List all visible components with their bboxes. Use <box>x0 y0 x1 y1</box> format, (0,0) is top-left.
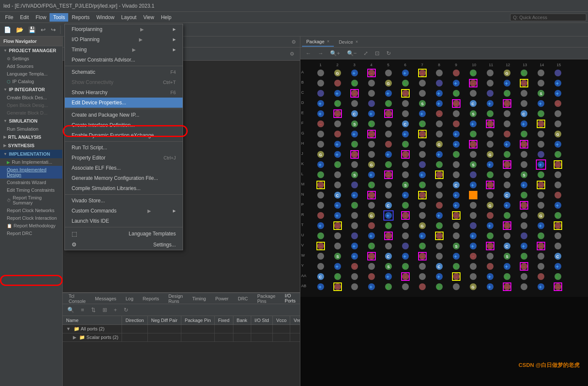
dd-show-connectivity-label: Show Connectivity <box>72 79 114 85</box>
dd-schematic-label: Schematic <box>72 69 95 75</box>
dd-show-hierarchy[interactable]: Show Hierarchy F6 <box>65 87 183 98</box>
dd-sep-2 <box>65 109 183 109</box>
dd-floorplanning-arrow: ▶ <box>140 27 144 32</box>
dd-show-connectivity-shortcut: Ctrl+T <box>163 80 176 85</box>
dd-power-constraints-label: Power Constraints Advisor... <box>72 57 135 63</box>
dd-associate-elf[interactable]: Associate ELF Files... <box>65 163 183 173</box>
dd-compile-sim-label: Compile Simulation Libraries... <box>72 185 141 191</box>
dd-gen-mem-config-label: Generate Memory Configuration File... <box>72 175 158 181</box>
dd-settings-label: Settings... <box>153 242 176 248</box>
dd-create-interface-label: Create Interface Definition... <box>72 122 135 128</box>
tools-dropdown: Floorplanning ▶ I/O Planning ▶ Timing ▶ … <box>64 24 183 250</box>
dd-settings[interactable]: ⚙ Settings... <box>65 239 183 250</box>
dd-custom-commands-label: Custom Commands <box>72 208 116 214</box>
dd-power-constraints[interactable]: Power Constraints Advisor... <box>65 55 183 65</box>
dd-timing-label: Timing <box>72 47 87 53</box>
dd-create-interface[interactable]: Create Interface Definition... <box>65 120 183 130</box>
dd-io-planning-label: I/O Planning <box>72 36 100 42</box>
settings-icon: ⚙ <box>72 241 77 248</box>
dd-sep-5 <box>65 227 183 227</box>
dd-show-hierarchy-label: Show Hierarchy <box>72 90 108 95</box>
dd-enable-dfx[interactable]: Enable Dynamic Function eXchange... <box>65 130 183 140</box>
dd-sep-3 <box>65 141 183 142</box>
dd-custom-commands[interactable]: Custom Commands ▶ <box>65 206 183 216</box>
dd-language-templates[interactable]: ⬚ Language Templates <box>65 228 183 239</box>
dd-run-tcl[interactable]: Run Tcl Script... <box>65 143 183 153</box>
dd-enable-dfx-label: Enable Dynamic Function eXchange... <box>72 132 158 138</box>
dd-show-hierarchy-shortcut: F6 <box>170 90 176 95</box>
dd-custom-commands-arrow: ▶ <box>147 208 151 214</box>
dd-language-templates-label: Language Templates <box>129 231 176 237</box>
dd-floorplanning[interactable]: Floorplanning ▶ <box>65 24 183 34</box>
dd-timing-arrow: ▶ <box>132 47 136 53</box>
dd-create-package-ip-label: Create and Package New IP... <box>72 112 139 118</box>
dd-launch-vitis[interactable]: Launch Vitis IDE <box>65 216 183 226</box>
dd-timing[interactable]: Timing ▶ <box>65 45 183 55</box>
dd-associate-elf-label: Associate ELF Files... <box>72 165 121 171</box>
dd-property-editor-shortcut: Ctrl+J <box>164 155 176 160</box>
dd-property-editor[interactable]: Property Editor Ctrl+J <box>65 153 183 163</box>
dd-io-planning-arrow: ▶ <box>139 37 142 42</box>
dd-edit-device-properties[interactable]: Edit Device Properties... <box>65 98 183 108</box>
dd-property-editor-label: Property Editor <box>72 155 105 161</box>
dd-sep-4 <box>65 194 183 195</box>
dd-gen-mem-config[interactable]: Generate Memory Configuration File... <box>65 173 183 183</box>
dd-edit-device-label: Edit Device Properties... <box>72 100 126 106</box>
dd-io-planning[interactable]: I/O Planning ▶ <box>65 34 183 45</box>
dd-sep-1 <box>65 66 183 66</box>
dd-create-package-ip[interactable]: Create and Package New IP... <box>65 110 183 120</box>
lang-icon: ⬚ <box>72 230 77 237</box>
dd-compile-sim[interactable]: Compile Simulation Libraries... <box>65 183 183 193</box>
dd-launch-vitis-label: Launch Vitis IDE <box>72 218 109 224</box>
dd-vivado-store-label: Vivado Store... <box>72 198 105 204</box>
dd-run-tcl-label: Run Tcl Script... <box>72 145 107 151</box>
dd-schematic-shortcut: F4 <box>170 70 176 75</box>
dd-show-connectivity: Show Connectivity Ctrl+T <box>65 77 183 87</box>
dd-floorplanning-label: Floorplanning <box>72 26 103 32</box>
dd-vivado-store[interactable]: Vivado Store... <box>65 196 183 206</box>
dd-schematic[interactable]: Schematic F4 <box>65 67 183 77</box>
